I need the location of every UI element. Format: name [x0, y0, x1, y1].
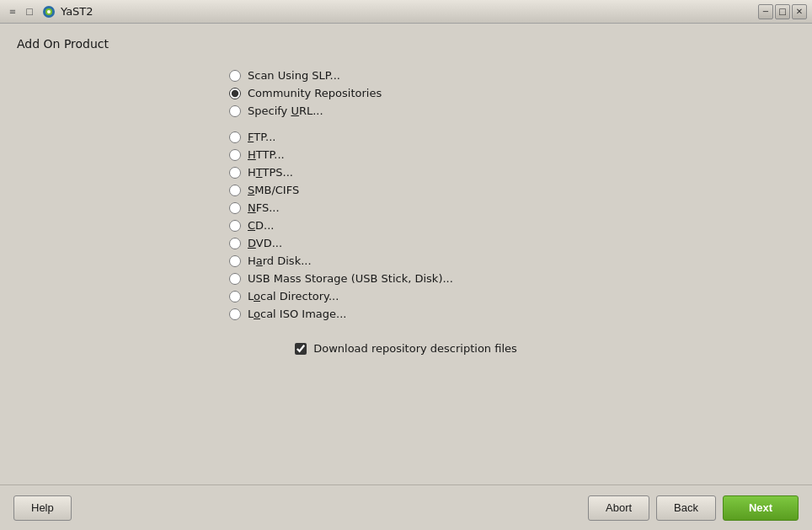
footer-right: Abort Back Next — [588, 495, 799, 521]
radio-item[interactable]: USB Mass Storage (USB Stick, Disk)... — [229, 270, 583, 286]
radio-item[interactable]: DVD... — [229, 235, 583, 251]
titlebar-title: YaST2 — [61, 5, 93, 18]
radio-opt_harddisk[interactable] — [229, 255, 241, 267]
radio-item[interactable]: Community Repositories — [229, 85, 583, 101]
spacer — [229, 120, 583, 127]
radio-label-opt_cd[interactable]: CD... — [248, 219, 275, 232]
restore-button[interactable]: □ — [775, 4, 790, 19]
footer: Help Abort Back Next — [0, 484, 812, 530]
main-content: Add On Product Scan Using SLP...Communit… — [0, 24, 812, 484]
radio-label-opt_nfs[interactable]: NFS... — [248, 201, 280, 214]
radio-opt_slp[interactable] — [229, 70, 241, 82]
minimize-button[interactable]: − — [758, 4, 773, 19]
titlebar: ≡ □ YaST2 − □ ✕ — [0, 0, 812, 24]
radio-opt_url[interactable] — [229, 105, 241, 117]
radio-label-opt_https[interactable]: HTTPS... — [248, 166, 293, 179]
radio-item[interactable]: Local ISO Image... — [229, 306, 583, 322]
radio-opt_community[interactable] — [229, 88, 241, 99]
radio-item[interactable]: CD... — [229, 217, 583, 233]
close-button[interactable]: ✕ — [792, 4, 807, 19]
radio-item[interactable]: Hard Disk... — [229, 253, 583, 269]
radio-item[interactable]: Scan Using SLP... — [229, 67, 583, 83]
radio-label-opt_community[interactable]: Community Repositories — [248, 87, 382, 99]
radio-label-opt_usb[interactable]: USB Mass Storage (USB Stick, Disk)... — [248, 272, 453, 285]
abort-button[interactable]: Abort — [588, 495, 649, 521]
page-title: Add On Product — [17, 37, 795, 51]
radio-opt_usb[interactable] — [229, 273, 241, 285]
radio-item[interactable]: SMB/CIFS — [229, 182, 583, 198]
radio-opt_dvd[interactable] — [229, 238, 241, 249]
radio-opt_https[interactable] — [229, 167, 241, 179]
back-button[interactable]: Back — [656, 495, 716, 521]
radio-opt_smb[interactable] — [229, 185, 241, 196]
radio-label-opt_http[interactable]: HTTP... — [248, 148, 285, 161]
radio-item[interactable]: Specify URL... — [229, 103, 583, 119]
radio-item[interactable]: NFS... — [229, 200, 583, 216]
download-checkbox-label[interactable]: Download repository description files — [313, 342, 517, 355]
titlebar-controls: − □ ✕ — [758, 4, 807, 19]
footer-left: Help — [13, 495, 72, 521]
radio-opt_localdir[interactable] — [229, 291, 241, 302]
download-checkbox[interactable] — [295, 343, 307, 355]
titlebar-menu-btn-2[interactable]: □ — [22, 4, 37, 19]
radio-label-opt_smb[interactable]: SMB/CIFS — [248, 184, 299, 196]
radio-label-opt_harddisk[interactable]: Hard Disk... — [248, 254, 312, 267]
radio-opt_ftp[interactable] — [229, 131, 241, 143]
options-container: Scan Using SLP...Community RepositoriesS… — [17, 67, 795, 471]
yast-icon — [42, 5, 56, 19]
radio-item[interactable]: HTTPS... — [229, 164, 583, 180]
titlebar-menu: ≡ □ — [5, 4, 37, 19]
radio-opt_cd[interactable] — [229, 220, 241, 232]
radio-label-opt_url[interactable]: Specify URL... — [248, 104, 323, 117]
radio-item[interactable]: HTTP... — [229, 147, 583, 163]
radio-label-opt_dvd[interactable]: DVD... — [248, 237, 282, 249]
radio-item[interactable]: Local Directory... — [229, 288, 583, 304]
radio-item[interactable]: FTP... — [229, 129, 583, 145]
radio-label-opt_localdir[interactable]: Local Directory... — [248, 290, 339, 302]
next-button[interactable]: Next — [723, 495, 799, 521]
help-button[interactable]: Help — [13, 495, 72, 521]
titlebar-menu-btn-1[interactable]: ≡ — [5, 4, 20, 19]
checkbox-section: Download repository description files — [295, 342, 517, 355]
radio-list: Scan Using SLP...Community RepositoriesS… — [229, 67, 583, 322]
radio-label-opt_localiso[interactable]: Local ISO Image... — [248, 308, 346, 320]
svg-point-2 — [47, 10, 51, 13]
radio-opt_nfs[interactable] — [229, 202, 241, 214]
radio-opt_localiso[interactable] — [229, 308, 241, 320]
radio-opt_http[interactable] — [229, 149, 241, 161]
titlebar-left: ≡ □ YaST2 — [5, 4, 93, 19]
radio-label-opt_ftp[interactable]: FTP... — [248, 131, 275, 143]
radio-label-opt_slp[interactable]: Scan Using SLP... — [248, 69, 340, 82]
